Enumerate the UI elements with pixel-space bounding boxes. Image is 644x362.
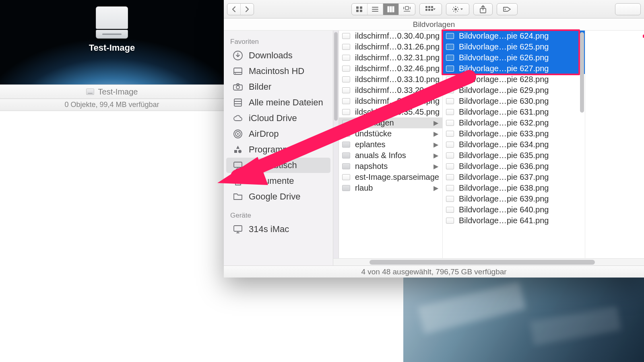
file-row[interactable]: ildschirmf…0.32.46.png (339, 63, 442, 74)
sidebar-item-google-drive[interactable]: Google Drive (226, 189, 330, 204)
file-row[interactable]: Bildvorlage…pie 639.png (443, 193, 585, 204)
chevron-right-icon: ▶ (433, 130, 438, 138)
file-row[interactable]: ildschirmf…0.32.31.png (339, 52, 442, 63)
row-label: rlaub (355, 183, 373, 193)
image-file-icon (446, 33, 454, 39)
row-label: Bildvorlage…pie 641.png (459, 216, 549, 225)
view-list-button[interactable] (367, 4, 383, 15)
folder-icon (342, 152, 350, 158)
file-row[interactable]: Bildvorlage…pie 634.png (443, 139, 585, 150)
hdd-icon (233, 66, 243, 76)
svg-rect-15 (428, 6, 430, 8)
column-2-scrollbar[interactable] (579, 31, 585, 261)
svg-point-44 (238, 150, 242, 153)
sidebar-item-label: Google Drive (249, 191, 300, 202)
action-button[interactable] (446, 3, 469, 15)
svg-rect-3 (360, 10, 362, 12)
column-1[interactable]: ildschirmf…0.30.40.pngildschirmf…0.31.26… (339, 31, 443, 265)
folder-row[interactable]: undstücke▶ (339, 128, 442, 139)
scrollbar-thumb[interactable] (369, 260, 595, 265)
mini-window-body[interactable] (0, 111, 224, 362)
sidebar-item-schreibtisch[interactable]: Schreibtisch (226, 158, 330, 173)
file-icon (342, 109, 350, 115)
toolbar-right-pill[interactable] (615, 3, 641, 15)
file-row[interactable]: Bildvorlage…pie 632.png (443, 117, 585, 128)
svg-rect-14 (425, 6, 427, 8)
file-row[interactable]: ildschirmf…0.30.40.png (339, 31, 442, 41)
row-label: Bildvorlage…pie 633.png (459, 129, 549, 138)
mini-window-titlebar[interactable]: Test-Image (0, 84, 224, 99)
file-row[interactable]: Bildvorlage…pie 638.png (443, 183, 585, 193)
image-file-icon (446, 109, 454, 115)
file-row[interactable]: ildschirmf…0.35.45.png (339, 107, 442, 117)
tags-button[interactable] (497, 3, 518, 15)
sidebar-item-macintosh-hd[interactable]: Macintosh HD (226, 64, 330, 79)
file-row[interactable]: Bildvorlage…pie 640.png (443, 204, 585, 215)
arrange-button[interactable] (419, 3, 442, 15)
folder-icon (342, 142, 350, 148)
folder-row[interactable]: eplantes▶ (339, 139, 442, 150)
column-2[interactable]: Bildvorlage…pie 624.pngBildvorlage…pie 6… (443, 31, 585, 265)
view-icons-button[interactable] (352, 4, 367, 15)
file-row[interactable]: ildschirmf…0.31.26.png (339, 41, 442, 52)
file-row[interactable]: Bildvorlage…pie 629.png (443, 85, 585, 96)
folder-row[interactable]: napshots▶ (339, 161, 442, 172)
file-row[interactable]: Bildvorlage…pie 633.png (443, 128, 585, 139)
file-row[interactable]: Bildvorlage…pie 637.png (443, 172, 585, 183)
sidebar-item-bilder[interactable]: Bilder (226, 79, 330, 95)
desktop-drive-icon[interactable]: Test-Image (89, 6, 135, 53)
scrollbar-thumb[interactable] (580, 32, 584, 113)
image-file-icon (446, 120, 454, 126)
forward-button[interactable] (241, 4, 254, 15)
folder-icon (342, 120, 350, 126)
svg-line-28 (457, 7, 458, 8)
row-label: Bildvorlage…pie 624.png (459, 31, 549, 41)
sidebar-item-label: Downloads (249, 50, 293, 61)
camera-icon (233, 82, 243, 92)
file-row[interactable]: Bildvorlage…pie 641.png (443, 215, 585, 226)
file-row[interactable]: Bildvorlage…pie 625.png (443, 41, 585, 52)
sidebar-item-alle-meine-dateien[interactable]: Alle meine Dateien (226, 95, 330, 110)
folder-row[interactable]: rlaub▶ (339, 183, 442, 193)
row-label: ildschirmf…0.33.10.png (355, 75, 440, 84)
sidebar-item-icloud-drive[interactable]: iCloud Drive (226, 111, 330, 126)
svg-rect-19 (431, 9, 433, 11)
file-row[interactable]: Bildvorlage…pie 636.png (443, 161, 585, 172)
file-row[interactable]: est-Image.sparseimage (339, 172, 442, 183)
horizontal-scrollbar[interactable] (333, 258, 644, 265)
svg-rect-10 (405, 6, 409, 10)
image-file-icon (446, 66, 454, 72)
folder-row[interactable]: anuals & Infos▶ (339, 150, 442, 161)
mini-finder-window: Test-Image 0 Objekte, 99,4 MB verfügbar (0, 84, 224, 111)
view-coverflow-button[interactable] (399, 4, 415, 15)
file-row[interactable]: Bildvorlage…pie 627.png (443, 63, 585, 74)
sidebar-item-label: Schreibtisch (249, 160, 297, 171)
image-file-icon (446, 142, 454, 148)
svg-point-36 (236, 86, 239, 89)
file-row[interactable]: ildschirmf…0.34.41.png (339, 96, 442, 107)
sidebar-scrollbar[interactable] (333, 31, 339, 265)
apps-icon (233, 144, 243, 155)
folder-icon (233, 191, 243, 202)
file-row[interactable]: Bildvorlage…pie 624.png (443, 31, 585, 41)
row-label: ildschirmf…0.35.45.png (355, 107, 440, 117)
file-row[interactable]: Bildvorlage…pie 631.png (443, 107, 585, 117)
file-row[interactable]: Bildvorlage…pie 626.png (443, 52, 585, 63)
file-row[interactable]: ildschirmf…0.33.20.png (339, 85, 442, 96)
sidebar-item-downloads[interactable]: Downloads (226, 48, 330, 63)
sidebar-item-314s-imac[interactable]: 314s iMac (226, 222, 330, 237)
file-row[interactable]: Bildvorlage…pie 635.png (443, 150, 585, 161)
scrollbar-thumb[interactable] (334, 32, 338, 121)
row-label: Bildvorlage…pie 631.png (459, 107, 549, 117)
file-row[interactable]: ildschirmf…0.33.10.png (339, 74, 442, 85)
file-icon (342, 76, 350, 82)
share-button[interactable] (473, 3, 493, 15)
file-row[interactable]: Bildvorlage…pie 628.png (443, 74, 585, 85)
sidebar-item-programme[interactable]: Programme (226, 142, 330, 157)
back-button[interactable] (227, 4, 241, 15)
sidebar-item-dokumente[interactable]: Dokumente (226, 173, 330, 189)
file-row[interactable]: Bildvorlage…pie 630.png (443, 96, 585, 107)
sidebar-item-airdrop[interactable]: AirDrop (226, 126, 330, 142)
folder-row[interactable]: ildvorlagen▶ (339, 117, 442, 128)
view-columns-button[interactable] (383, 4, 399, 15)
